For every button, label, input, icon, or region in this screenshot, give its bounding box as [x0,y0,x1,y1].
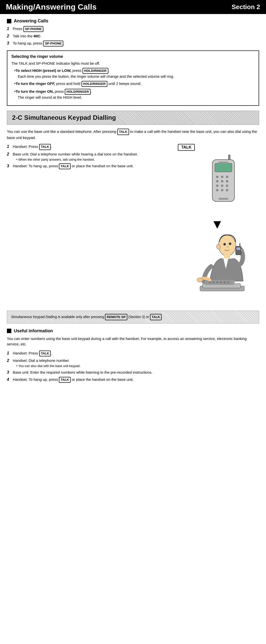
page-title: Making/Answering Calls [6,2,97,12]
ui-step-2: 2 Handset: Dial a telephone number. •You… [7,358,259,368]
handset-illustration [190,152,244,216]
svg-point-5 [226,176,228,178]
ringer-item-3: •To turn the ringer ON, press HOLD/RINGE… [11,89,255,100]
svg-point-17 [218,235,236,256]
section-2c-header: 2-C Simultaneous Keypad Dialling [7,111,259,125]
svg-point-13 [221,189,223,192]
talk-key-ui-1: TALK [39,350,51,356]
hold-ringer-key-2: HOLD/RINGER [82,81,107,87]
section-bullet-icon [7,19,11,23]
section-2c-right: TALK [175,144,259,306]
ringer-volume-box: Selecting the ringer volume The TALK and… [7,50,259,106]
svg-point-34 [227,282,229,284]
ui-step-1: 1 Handset: Press TALK. [7,350,259,356]
svg-point-14 [226,189,228,192]
ringer-item-1: •To select HIGH (preset) or LOW, press H… [11,68,255,79]
svg-rect-2 [215,163,232,172]
notice-box: Simultaneous Keypad Dialling is availabl… [7,311,259,324]
answering-calls-heading: Answering Calls [7,18,259,24]
ringer-item-2: •To turn the ringer OFF, press and hold … [11,81,255,87]
answering-calls-title: Answering Calls [14,18,48,24]
step-1: 1 Press SP-PHONE. [7,26,259,32]
svg-point-30 [212,282,214,284]
svg-point-6 [216,180,218,182]
section-label: Section 2 [231,3,260,11]
remote-sp-key: REMOTE SP [105,314,127,320]
hold-ringer-key-1: HOLD/RINGER [83,68,108,74]
main-content: Answering Calls 1 Press SP-PHONE. 2 Talk… [0,18,266,383]
svg-point-12 [216,189,218,192]
svg-point-11 [226,184,228,187]
talk-key-step3: TALK [59,163,71,169]
step-2: 2 Talk into the MIC. [7,34,259,39]
svg-point-31 [216,282,218,284]
svg-point-7 [221,180,223,182]
svg-point-19 [223,243,226,246]
useful-info-intro: You can enter numbers using the base uni… [7,336,259,347]
section-2c-intro: You can use the base unit like a standar… [7,129,259,140]
talk-key-label: TALK [178,144,195,151]
useful-info-title: Useful information [14,328,53,334]
svg-point-32 [220,282,222,284]
sp-phone-key-1: SP-PHONE [24,26,44,32]
2c-step-1: 1 Handset: Press TALK. [7,144,170,150]
svg-point-29 [209,282,211,284]
section-bullet-icon-2 [7,329,11,333]
svg-point-8 [226,180,228,182]
talk-key-ui-4: TALK [59,377,71,383]
svg-rect-16 [218,198,228,200]
down-arrow-icon: ▼ [175,218,259,230]
notice-text: Simultaneous Keypad Dialling is availabl… [11,315,163,319]
svg-point-35 [197,278,203,282]
section-2c-left: 1 Handset: Press TALK. 2 Base unit: Dial… [7,144,170,306]
svg-point-10 [221,184,223,187]
useful-info-heading: Useful information [7,328,259,334]
talk-key-step1: TALK [39,144,51,150]
ui-step-4: 4 Handset: To hang up, press TALK or pla… [7,377,259,383]
sp-phone-key-2: SP-PHONE [43,40,63,46]
section-2c-title: 2-C Simultaneous Keypad Dialling [12,114,116,121]
svg-point-4 [221,176,223,178]
ui-step-3: 3 Base unit: Enter the required numbers … [7,370,259,375]
hold-ringer-key-3: HOLD/RINGER [65,89,91,95]
step-3: 3 To hang up, press SP-PHONE. [7,40,259,46]
talk-key-notice: TALK [150,314,162,320]
section-2c-two-col: 1 Handset: Press TALK. 2 Base unit: Dial… [7,144,259,306]
svg-rect-15 [218,162,228,164]
svg-rect-25 [239,243,240,248]
2c-step-2: 2 Base unit: Dial a telephone number whi… [7,152,170,162]
section-2c-steps: 1 Handset: Press TALK. 2 Base unit: Dial… [7,144,170,169]
svg-rect-24 [236,248,240,250]
svg-point-33 [224,282,226,284]
page-header: Making/Answering Calls Section 2 [0,0,266,14]
svg-point-20 [229,242,231,245]
answering-calls-steps: 1 Press SP-PHONE. 2 Talk into the MIC. 3… [7,26,259,46]
talk-key-intro: TALK [117,129,129,135]
svg-point-9 [216,184,218,187]
svg-point-3 [216,176,218,178]
useful-info-steps: 1 Handset: Press TALK. 2 Handset: Dial a… [7,350,259,383]
2c-step-3: 3 Handset: To hang up, press TALK or pla… [7,163,170,169]
svg-point-18 [216,244,220,249]
ringer-volume-intro: The TALK and SP-PHONE indicator lights m… [11,61,255,66]
person-illustration [185,232,249,306]
ringer-volume-title: Selecting the ringer volume [11,54,255,59]
